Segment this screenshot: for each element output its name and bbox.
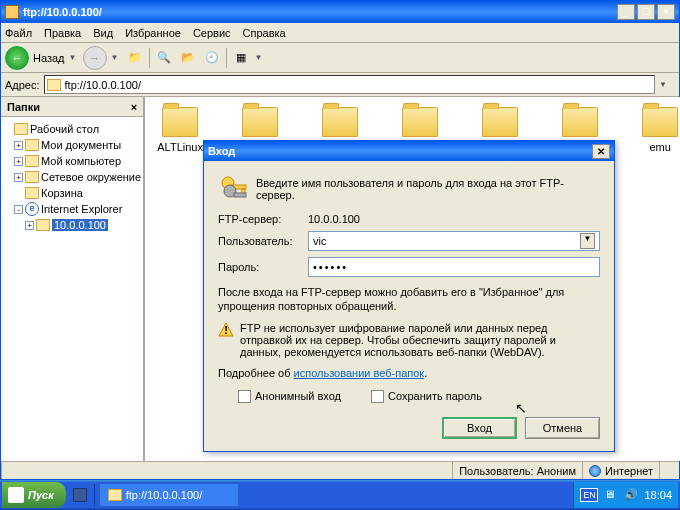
user-label: Пользователь: bbox=[218, 235, 308, 247]
menu-edit[interactable]: Правка bbox=[44, 27, 81, 39]
expander-icon[interactable]: + bbox=[14, 157, 23, 166]
menu-help[interactable]: Справка bbox=[243, 27, 286, 39]
menubar: Файл Правка Вид Избранное Сервис Справка bbox=[1, 23, 679, 43]
menu-file[interactable]: Файл bbox=[5, 27, 32, 39]
more-info: Подробнее об использовании веб-папок. bbox=[218, 366, 600, 380]
status-user: Пользователь: Аноним bbox=[452, 462, 582, 479]
window-title: ftp://10.0.0.100/ bbox=[23, 6, 615, 18]
back-dropdown[interactable]: ▼ bbox=[69, 53, 79, 62]
tree-item[interactable]: Рабочий стол bbox=[3, 121, 141, 137]
address-label: Адрес: bbox=[5, 79, 40, 91]
login-button[interactable]: Вход bbox=[442, 417, 517, 439]
folder-item[interactable]: ALTLinux bbox=[155, 107, 205, 153]
tree-label: 10.0.0.100 bbox=[52, 219, 108, 231]
folder-icon bbox=[36, 219, 50, 231]
dialog-intro: Введите имя пользователя и пароль для вх… bbox=[256, 177, 600, 201]
folder-icon bbox=[25, 139, 39, 151]
svg-rect-4 bbox=[234, 193, 246, 197]
tree-label: Рабочий стол bbox=[30, 123, 99, 135]
windows-logo-icon bbox=[8, 487, 24, 503]
sidebar-header: Папки × bbox=[1, 97, 143, 117]
address-input[interactable]: ftp://10.0.0.100/ bbox=[44, 75, 655, 94]
warning-text: FTP не использует шифрование паролей или… bbox=[240, 322, 600, 358]
search-button[interactable]: 🔍 bbox=[154, 48, 174, 68]
up-button[interactable]: 📁 bbox=[125, 48, 145, 68]
tree-item[interactable]: +Мой компьютер bbox=[3, 153, 141, 169]
addressbar: Адрес: ftp://10.0.0.100/ ▼ bbox=[1, 73, 679, 97]
folder-icon bbox=[162, 107, 198, 137]
forward-button[interactable]: → bbox=[83, 46, 107, 70]
taskbar: Пуск ftp://10.0.0.100/ EN 🖥 🔊 18:04 bbox=[0, 480, 680, 510]
folder-label: ALTLinux bbox=[157, 141, 203, 153]
menu-favorites[interactable]: Избранное bbox=[125, 27, 181, 39]
expander-icon[interactable]: - bbox=[14, 205, 23, 214]
views-button[interactable]: ▦ bbox=[231, 48, 251, 68]
tree-item[interactable]: +10.0.0.100 bbox=[3, 217, 141, 233]
language-indicator[interactable]: EN bbox=[580, 488, 598, 502]
folder-icon bbox=[47, 79, 61, 91]
folder-icon bbox=[25, 171, 39, 183]
keys-icon bbox=[218, 173, 250, 205]
minimize-button[interactable]: _ bbox=[617, 4, 635, 20]
maximize-button[interactable]: ☐ bbox=[637, 4, 655, 20]
back-button[interactable]: ← bbox=[5, 46, 29, 70]
clock[interactable]: 18:04 bbox=[644, 489, 672, 501]
forward-dropdown[interactable]: ▼ bbox=[111, 53, 121, 62]
webfolders-link[interactable]: использовании веб-папок bbox=[294, 367, 425, 379]
folder-icon bbox=[402, 107, 438, 137]
views-dropdown[interactable]: ▼ bbox=[255, 53, 265, 62]
password-label: Пароль: bbox=[218, 261, 308, 273]
folder-icon bbox=[108, 489, 122, 501]
menu-view[interactable]: Вид bbox=[93, 27, 113, 39]
history-button[interactable]: 🕘 bbox=[202, 48, 222, 68]
cancel-button[interactable]: Отмена bbox=[525, 417, 600, 439]
toolbar: ← Назад ▼ → ▼ 📁 🔍 📂 🕘 ▦ ▼ bbox=[1, 43, 679, 73]
folders-button[interactable]: 📂 bbox=[178, 48, 198, 68]
titlebar[interactable]: ftp://10.0.0.100/ _ ☐ ✕ bbox=[1, 1, 679, 23]
globe-icon bbox=[589, 465, 601, 477]
tree-item[interactable]: Корзина bbox=[3, 185, 141, 201]
folder-icon bbox=[482, 107, 518, 137]
status-zone: Интернет bbox=[582, 462, 659, 479]
start-button[interactable]: Пуск bbox=[2, 482, 66, 508]
folder-icon bbox=[242, 107, 278, 137]
quicklaunch-save[interactable] bbox=[70, 485, 90, 505]
address-value: ftp://10.0.0.100/ bbox=[65, 79, 141, 91]
tree-item[interactable]: +Сетевое окружение bbox=[3, 169, 141, 185]
server-value: 10.0.0.100 bbox=[308, 213, 360, 225]
folder-tree: Рабочий стол+Мои документы+Мой компьютер… bbox=[1, 117, 143, 237]
folder-icon bbox=[25, 155, 39, 167]
anonymous-checkbox[interactable]: Анонимный вход bbox=[238, 390, 341, 404]
sidebar: Папки × Рабочий стол+Мои документы+Мой к… bbox=[1, 97, 145, 461]
expander-icon[interactable]: + bbox=[14, 141, 23, 150]
save-password-checkbox[interactable]: Сохранить пароль bbox=[371, 390, 482, 404]
user-input[interactable]: vic ▼ bbox=[308, 231, 600, 251]
dialog-titlebar[interactable]: Вход ✕ bbox=[204, 141, 614, 161]
tree-item[interactable]: +Мои документы bbox=[3, 137, 141, 153]
ie-icon: e bbox=[25, 202, 39, 216]
sidebar-close[interactable]: × bbox=[131, 101, 137, 113]
menu-tools[interactable]: Сервис bbox=[193, 27, 231, 39]
window-icon bbox=[5, 5, 19, 19]
tree-label: Мои документы bbox=[41, 139, 121, 151]
expander-icon[interactable]: + bbox=[14, 173, 23, 182]
expander-icon[interactable]: + bbox=[25, 221, 34, 230]
warning-icon: ! bbox=[218, 322, 234, 338]
tree-label: Сетевое окружение bbox=[41, 171, 141, 183]
tray-icon[interactable]: 🖥 bbox=[604, 488, 618, 502]
volume-icon[interactable]: 🔊 bbox=[624, 488, 638, 502]
folder-icon bbox=[14, 123, 28, 135]
statusbar: Пользователь: Аноним Интернет bbox=[1, 461, 679, 479]
close-button[interactable]: ✕ bbox=[657, 4, 675, 20]
password-input[interactable]: •••••• bbox=[308, 257, 600, 277]
svg-text:!: ! bbox=[224, 324, 228, 336]
folder-label: emu bbox=[649, 141, 670, 153]
tree-label: Корзина bbox=[41, 187, 83, 199]
tree-item[interactable]: -eInternet Explorer bbox=[3, 201, 141, 217]
back-label: Назад bbox=[33, 52, 65, 64]
dialog-close-button[interactable]: ✕ bbox=[592, 144, 610, 159]
folder-item[interactable]: emu bbox=[635, 107, 680, 153]
taskbar-item[interactable]: ftp://10.0.0.100/ bbox=[99, 483, 239, 507]
address-dropdown[interactable]: ▼ bbox=[659, 80, 675, 89]
chevron-down-icon[interactable]: ▼ bbox=[580, 233, 595, 249]
